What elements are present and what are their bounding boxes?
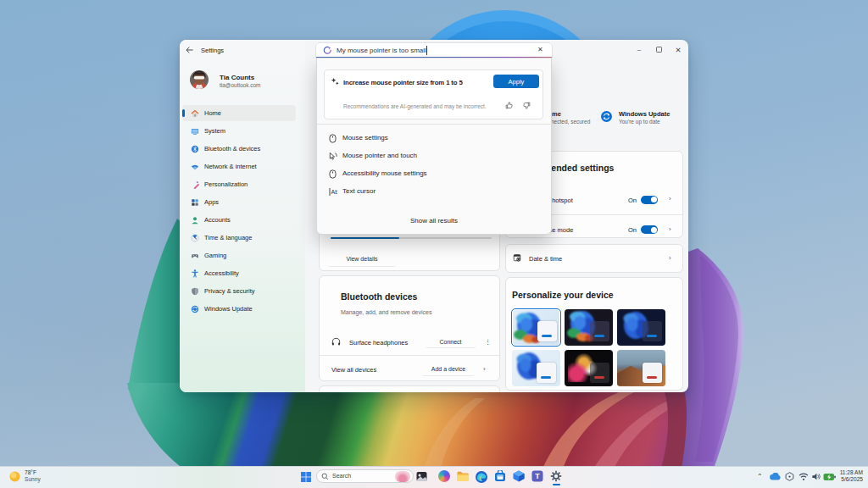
svg-text:T: T bbox=[535, 472, 540, 480]
svg-text:Ab: Ab bbox=[331, 189, 338, 195]
